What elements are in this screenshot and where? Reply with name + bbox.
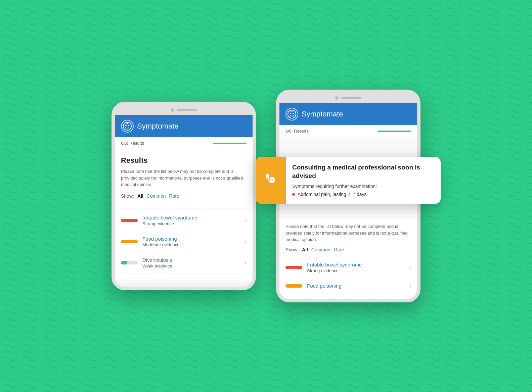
- phone-1-disclaimer: Please note that the list below may not …: [121, 168, 247, 188]
- popup-symptom-text: Abdominal pain, lasting 2–7 days: [298, 192, 366, 197]
- ibs-evidence: Strong evidence: [142, 221, 240, 226]
- ibs-name: Irritable bowel syndrome: [142, 215, 240, 220]
- phone-2-app-title: Symptomate: [302, 110, 343, 118]
- ibs2-info: Irritable bowel syndrome Strong evidence: [307, 262, 405, 273]
- phone-2-vol-up: [276, 127, 277, 139]
- ibs2-name: Irritable bowel syndrome: [307, 262, 405, 267]
- phone-2-header: Symptomate: [279, 103, 417, 125]
- phone-2-notch: [279, 93, 417, 103]
- phone-1-content: Results Please note that the list below …: [115, 149, 253, 210]
- ibs2-evidence-bar: [285, 266, 302, 269]
- phone-1-filter-rare[interactable]: Rare: [169, 193, 179, 199]
- diagnosis-diverticulosis[interactable]: Diverticulosis Weak evidence ›: [115, 252, 253, 274]
- phone-1-progress-track: [213, 143, 247, 144]
- popup-content: Consulting a medical professional soon i…: [286, 157, 441, 203]
- diagnosis-ibs[interactable]: Irritable bowel syndrome Strong evidence…: [115, 210, 253, 231]
- phone-2-speaker: [341, 97, 361, 99]
- phone-2-filter-all[interactable]: All: [302, 247, 308, 252]
- phone-1-power-btn: [255, 145, 256, 162]
- phone-1-progress-label: 6/6: Results: [121, 141, 144, 146]
- phone-1-notch: [115, 105, 253, 115]
- phone-2-vol-down: [276, 143, 277, 155]
- phone-2-disclaimer: Please note that the list below may not …: [285, 223, 411, 243]
- phone-2-camera: [335, 96, 339, 100]
- phone-1-progress-area: 6/6: Results: [115, 137, 253, 149]
- divert-name: Diverticulosis: [142, 257, 240, 263]
- popup-symptom: Abdominal pain, lasting 2–7 days: [292, 192, 435, 197]
- phone-1-app-title: Symptomate: [137, 122, 179, 131]
- plus-face-icon-2: [287, 110, 296, 118]
- bullet-icon: [292, 193, 295, 196]
- divert-evidence-bar: [121, 261, 138, 264]
- food2-evidence-bar: [285, 284, 302, 288]
- phone-1-results-title: Results: [121, 156, 247, 165]
- phone-2-progress-label: 6/6: Results: [285, 129, 309, 134]
- popup-subtitle: Symptoms requiring further examination:: [292, 184, 435, 189]
- phone-2-filter-row: Show: All Common Rare: [285, 247, 411, 252]
- svg-point-6: [290, 113, 291, 114]
- phone-2-filter-common[interactable]: Common: [311, 247, 330, 252]
- phone-2-show-label: Show:: [285, 247, 299, 252]
- stethoscope-icon: [263, 171, 279, 189]
- food-evidence: Moderate evidence: [142, 242, 240, 247]
- ibs-evidence-bar: [121, 219, 138, 222]
- plus-face-icon: [123, 122, 132, 131]
- ibs2-arrow: ›: [409, 264, 411, 271]
- phone-1-filter-common[interactable]: Common: [147, 193, 166, 199]
- diagnosis-food-poisoning[interactable]: Food poisoning Moderate evidence ›: [115, 231, 253, 252]
- phone-1-speaker: [177, 109, 197, 111]
- divert-arrow: ›: [245, 260, 247, 266]
- phone-1-bottom-fade: [115, 277, 253, 287]
- phone-1-logo: [121, 120, 134, 133]
- medical-popup-card: Consulting a medical professional soon i…: [256, 157, 441, 203]
- ibs-arrow: ›: [245, 217, 247, 224]
- divert-evidence: Weak evidence: [142, 263, 240, 268]
- popup-title: Consulting a medical professional soon i…: [292, 163, 435, 180]
- phone-1-vol-up: [112, 139, 112, 151]
- phone-1-show-label: Show:: [121, 193, 134, 199]
- food-arrow: ›: [245, 239, 247, 245]
- phone-1-vol-down: [112, 155, 112, 167]
- phone-1-progress-fill: [213, 143, 247, 144]
- divert-info: Diverticulosis Weak evidence: [142, 257, 240, 268]
- phone-2-progress-track: [378, 131, 411, 132]
- svg-point-7: [293, 113, 294, 114]
- ibs2-evidence: Strong evidence: [307, 268, 405, 273]
- phone-1-filter-all[interactable]: All: [137, 193, 143, 199]
- phone-2-logo: [285, 108, 298, 120]
- svg-point-2: [128, 125, 129, 126]
- ibs-info: Irritable bowel syndrome Strong evidence: [142, 215, 240, 226]
- phone-1-frame: Symptomate 6/6: Results Results Please n…: [112, 102, 256, 290]
- phone-1-filter-row: Show: All Common Rare: [121, 193, 247, 199]
- phone-1: Symptomate 6/6: Results Results Please n…: [112, 102, 256, 290]
- phone-2-progress-fill: [378, 131, 411, 132]
- diagnosis-food-2[interactable]: Food poisoning ›: [285, 278, 411, 294]
- svg-point-1: [125, 125, 127, 126]
- svg-point-11: [271, 179, 273, 181]
- phone-2-filter-rare[interactable]: Rare: [334, 247, 344, 252]
- food-info: Food poisoning Moderate evidence: [142, 236, 240, 247]
- phone-1-header: Symptomate: [115, 115, 253, 137]
- phone-2-power-btn: [420, 133, 420, 150]
- food2-name: Food poisoning: [307, 283, 405, 289]
- popup-icon-area: [256, 157, 286, 203]
- diagnosis-ibs-2[interactable]: Irritable bowel syndrome Strong evidence…: [285, 257, 411, 278]
- phone-1-camera: [171, 108, 174, 112]
- food-evidence-bar: [121, 240, 138, 243]
- food2-info: Food poisoning: [307, 283, 405, 289]
- food2-arrow: ›: [409, 283, 411, 289]
- food-name: Food poisoning: [142, 236, 240, 242]
- phone-2-progress-area: 6/6: Results: [279, 125, 417, 137]
- phone-2-bottom-content: Please note that the list below may not …: [279, 218, 417, 299]
- phone-2: Symptomate 6/6: Results Please note that…: [276, 90, 420, 302]
